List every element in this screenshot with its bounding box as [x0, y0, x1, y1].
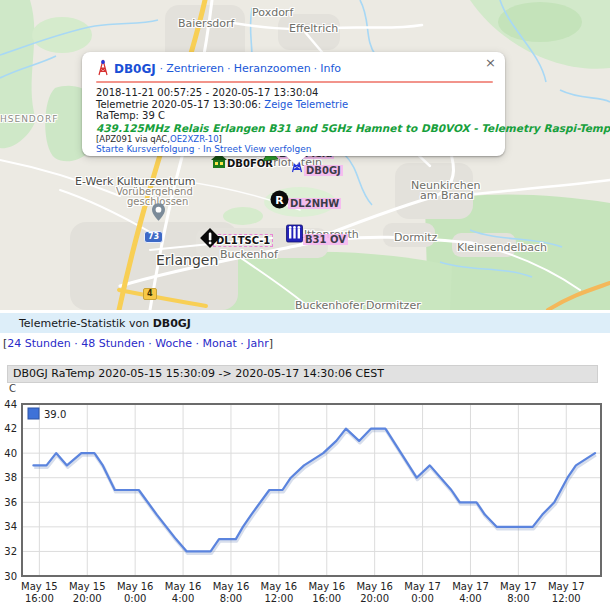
- range-link-monat[interactable]: Monat: [202, 337, 236, 350]
- time-range-links: [24 Stunden · 48 Stunden · Woche · Monat…: [3, 337, 273, 350]
- popup-callsign-link[interactable]: DB0GJ: [114, 62, 156, 76]
- bracket-close: ]: [269, 337, 273, 350]
- popup-telemetry-label: Telemetrie 2020-05-17 13:30:06:: [96, 99, 261, 110]
- station-label-db0gj[interactable]: DB0GJ: [304, 165, 343, 176]
- range-link-separator: ·: [237, 337, 248, 350]
- station-label-dl1tsc-1[interactable]: DL1TSC-1: [213, 234, 273, 247]
- map-place-label-dormitzer: Dormitzer: [366, 299, 421, 310]
- range-link-separator: ·: [145, 337, 156, 350]
- range-link-48-stunden[interactable]: 48 Stunden: [81, 337, 144, 350]
- y-axis-tick-label: 36: [4, 497, 17, 508]
- x-axis-tick-label: May 17: [404, 581, 441, 592]
- popup-track-link[interactable]: Starte Kursverfolgung: [96, 144, 195, 154]
- station-info-popup: × DB0GJ · Zentrieren · Heranzoomen · Inf…: [82, 52, 505, 156]
- road-shield-4: 4: [143, 288, 157, 300]
- telemetry-section-header: Telemetrie-Statistik von DB0GJ: [0, 313, 610, 333]
- range-link-jahr[interactable]: Jahr: [247, 337, 268, 350]
- legend-swatch: [28, 408, 39, 419]
- range-link-separator: ·: [192, 337, 203, 350]
- x-axis-tick-label: May 16: [356, 581, 393, 592]
- map-viewport[interactable]: BaiersdorfPoxdorfEffeltrichECHSENDORFE-W…: [0, 0, 610, 310]
- x-axis-tick-label: 12:00: [264, 593, 293, 604]
- map-place-label-echsendorf: ECHSENDORF: [0, 114, 58, 124]
- x-axis-tick-label: May 15: [69, 581, 106, 592]
- popup-header: DB0GJ · Zentrieren · Heranzoomen · Info: [96, 60, 493, 77]
- map-place-label-buckenhof: Buckenhof: [220, 248, 278, 261]
- y-axis-tick-label: 44: [4, 399, 17, 410]
- x-axis-tick-label: 0:00: [124, 593, 146, 604]
- x-axis-tick-label: May 16: [117, 581, 154, 592]
- legend-value-label: 39.0: [44, 409, 66, 420]
- x-axis-tick-label: 16:00: [25, 593, 54, 604]
- x-axis-tick-label: 8:00: [507, 593, 529, 604]
- poi-pin-icon: [152, 203, 165, 221]
- x-axis-tick-label: 4:00: [172, 593, 194, 604]
- close-icon[interactable]: ×: [485, 56, 496, 69]
- y-axis-tick-label: 42: [4, 423, 17, 434]
- x-axis-tick-label: May 16: [165, 581, 202, 592]
- popup-path-link[interactable]: OE2XZR-10: [170, 134, 219, 144]
- popup-streetview-link[interactable]: In Street View verfolgen: [203, 144, 311, 154]
- section-title-station: DB0GJ: [153, 317, 191, 330]
- popup-link-heranzoomen[interactable]: Heranzoomen: [234, 62, 311, 75]
- range-link-woche[interactable]: Woche: [155, 337, 192, 350]
- map-place-label-neunkirchen-2: am Brand: [420, 189, 474, 202]
- x-axis-tick-label: 8:00: [220, 593, 242, 604]
- y-axis-tick-label: 30: [4, 571, 17, 582]
- map-place-label-baiersdorf: Baiersdorf: [178, 17, 234, 30]
- x-axis-tick-label: May 16: [261, 581, 298, 592]
- x-axis-tick-label: 20:00: [360, 593, 389, 604]
- road-shield-73: 73: [144, 231, 163, 243]
- chart-title-bar: DB0GJ RaTemp 2020-05-15 15:30:09 -> 2020…: [7, 365, 598, 383]
- range-link-separator: ·: [71, 337, 82, 350]
- station-label-b31-ov[interactable]: B31 OV: [303, 234, 348, 245]
- y-axis-tick-label: 38: [4, 472, 17, 483]
- map-place-label-poxdorf: Poxdorf: [252, 6, 293, 19]
- antenna-tower-icon: [96, 59, 110, 78]
- popup-telemetry-row: Telemetrie 2020-05-17 13:30:06: Zeige Te…: [96, 99, 493, 111]
- x-axis-tick-label: May 16: [308, 581, 345, 592]
- svg-text:R: R: [275, 194, 284, 207]
- station-icon-dl1tsc-1[interactable]: [198, 226, 222, 250]
- popup-station-comment: 439.125MHz Relais Erlangen B31 and 5GHz …: [96, 122, 493, 134]
- map-place-label-erlangen: Erlangen: [156, 252, 218, 268]
- y-axis-tick-label: 34: [4, 521, 17, 532]
- station-label-dl2nhw[interactable]: DL2NHW: [288, 198, 341, 209]
- popup-path-prefix: [APZ091 via qAC,: [96, 134, 170, 144]
- telemetry-chart: 3032343638404244CMay 1516:00May 1520:00M…: [0, 383, 610, 606]
- x-axis-tick-label: 0:00: [411, 593, 433, 604]
- popup-path-row: [APZ091 via qAC,OE2XZR-10]: [96, 134, 493, 144]
- popup-divider: [96, 81, 493, 83]
- x-axis-tick-label: 20:00: [73, 593, 102, 604]
- x-axis-tick-label: May 17: [500, 581, 537, 592]
- popup-telemetry-link[interactable]: Zeige Telemetrie: [264, 99, 348, 110]
- map-place-label-buckenhofer: Buckenhofer: [295, 299, 364, 310]
- y-axis-unit-label: C: [9, 383, 16, 394]
- x-axis-tick-label: 12:00: [552, 593, 581, 604]
- chart-plot-area: [22, 404, 601, 576]
- map-place-label-dormitz: Dormitz: [394, 231, 437, 244]
- station-icon-dl2nhw[interactable]: R: [270, 190, 289, 209]
- range-link-24-stunden[interactable]: 24 Stunden: [7, 337, 70, 350]
- popup-date-range: 2018-11-21 00:57:25 - 2020-05-17 13:30:0…: [96, 87, 493, 99]
- map-place-label-kleinsendelbach: Kleinsendelbach: [457, 241, 547, 254]
- section-title-prefix: Telemetrie-Statistik von: [19, 317, 149, 330]
- popup-link-separator: ·: [311, 63, 321, 74]
- x-axis-tick-label: May 17: [548, 581, 585, 592]
- x-axis-tick-label: May 17: [452, 581, 489, 592]
- popup-ratemp-value: RaTemp: 39 C: [96, 110, 493, 122]
- x-axis-tick-label: May 16: [213, 581, 250, 592]
- y-axis-tick-label: 40: [4, 448, 17, 459]
- popup-link-separator: ·: [224, 63, 234, 74]
- popup-menu-links: · Zentrieren · Heranzoomen · Info: [160, 62, 341, 75]
- y-axis-tick-label: 32: [4, 546, 17, 557]
- popup-bottom-links: Starte Kursverfolgung · In Street View v…: [96, 144, 493, 155]
- popup-link-zentrieren[interactable]: Zentrieren: [166, 62, 224, 75]
- x-axis-tick-label: 4:00: [459, 593, 481, 604]
- popup-path-suffix: ]: [219, 134, 222, 144]
- x-axis-tick-label: 16:00: [312, 593, 341, 604]
- map-place-label-effeltrich: Effeltrich: [289, 22, 338, 35]
- station-icon-b31-ov[interactable]: [286, 224, 303, 245]
- popup-link-info[interactable]: Info: [320, 62, 341, 75]
- aprs-telemetry-page: BaiersdorfPoxdorfEffeltrichECHSENDORFE-W…: [0, 0, 610, 606]
